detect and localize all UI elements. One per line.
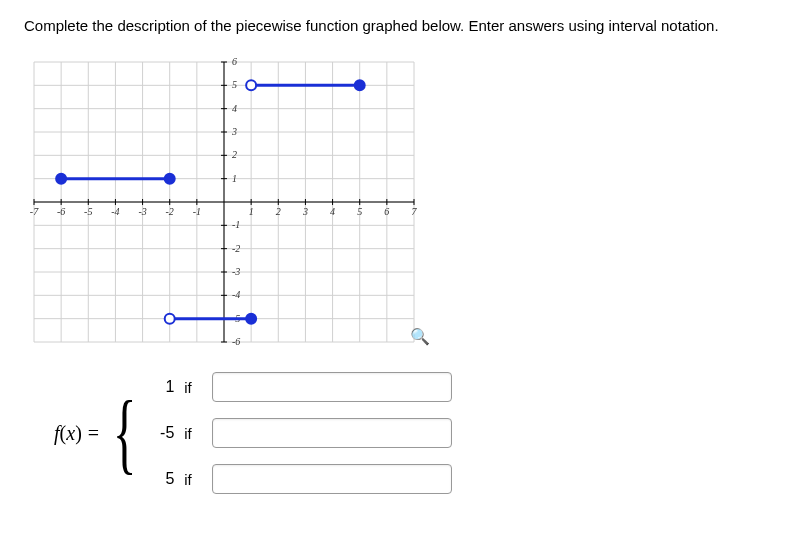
if-label: if bbox=[184, 379, 202, 396]
function-label: f(x)= bbox=[54, 422, 105, 445]
svg-text:2: 2 bbox=[276, 206, 281, 217]
svg-text:-3: -3 bbox=[232, 266, 240, 277]
svg-text:-6: -6 bbox=[57, 206, 65, 217]
interval-input-3[interactable] bbox=[212, 464, 452, 494]
svg-text:1: 1 bbox=[249, 206, 254, 217]
svg-text:-4: -4 bbox=[232, 290, 240, 301]
svg-text:-1: -1 bbox=[193, 206, 201, 217]
case-row: 1 if bbox=[146, 372, 452, 402]
piecewise-chart: -7-6-5-4-3-2-11234567-6-5-4-3-2-1123456 bbox=[24, 52, 424, 352]
chart-container: -7-6-5-4-3-2-11234567-6-5-4-3-2-1123456 … bbox=[24, 52, 424, 352]
piecewise-cases: f(x)= { 1 if -5 if 5 if bbox=[24, 372, 776, 494]
svg-text:6: 6 bbox=[232, 56, 237, 67]
svg-point-83 bbox=[56, 174, 66, 184]
svg-text:3: 3 bbox=[302, 206, 308, 217]
svg-text:5: 5 bbox=[357, 206, 362, 217]
svg-text:3: 3 bbox=[231, 126, 237, 137]
equals-sign: = bbox=[82, 422, 105, 444]
svg-text:4: 4 bbox=[330, 206, 335, 217]
svg-point-84 bbox=[165, 174, 175, 184]
svg-text:-2: -2 bbox=[232, 243, 240, 254]
if-label: if bbox=[184, 425, 202, 442]
interval-input-1[interactable] bbox=[212, 372, 452, 402]
fn-arg: x bbox=[66, 422, 75, 444]
svg-text:7: 7 bbox=[412, 206, 418, 217]
case-row: 5 if bbox=[146, 464, 452, 494]
svg-text:6: 6 bbox=[384, 206, 389, 217]
case-rows: 1 if -5 if 5 if bbox=[146, 372, 452, 494]
magnifier-icon[interactable]: 🔍 bbox=[410, 327, 430, 346]
interval-input-2[interactable] bbox=[212, 418, 452, 448]
svg-text:1: 1 bbox=[232, 173, 237, 184]
svg-text:5: 5 bbox=[232, 80, 237, 91]
case-row: -5 if bbox=[146, 418, 452, 448]
svg-text:4: 4 bbox=[232, 103, 237, 114]
svg-text:-6: -6 bbox=[232, 336, 240, 347]
svg-point-86 bbox=[165, 314, 175, 324]
svg-point-90 bbox=[355, 81, 365, 91]
svg-text:-4: -4 bbox=[111, 206, 119, 217]
question-prompt: Complete the description of the piecewis… bbox=[24, 16, 776, 36]
svg-text:-5: -5 bbox=[84, 206, 92, 217]
if-label: if bbox=[184, 471, 202, 488]
case-value: 1 bbox=[146, 378, 174, 396]
svg-point-89 bbox=[246, 81, 256, 91]
svg-text:2: 2 bbox=[232, 150, 237, 161]
svg-text:-2: -2 bbox=[166, 206, 174, 217]
svg-point-87 bbox=[246, 314, 256, 324]
svg-text:-7: -7 bbox=[30, 206, 39, 217]
case-value: -5 bbox=[146, 424, 174, 442]
svg-text:-3: -3 bbox=[138, 206, 146, 217]
svg-text:-1: -1 bbox=[232, 220, 240, 231]
case-value: 5 bbox=[146, 470, 174, 488]
left-brace-icon: { bbox=[113, 388, 137, 478]
